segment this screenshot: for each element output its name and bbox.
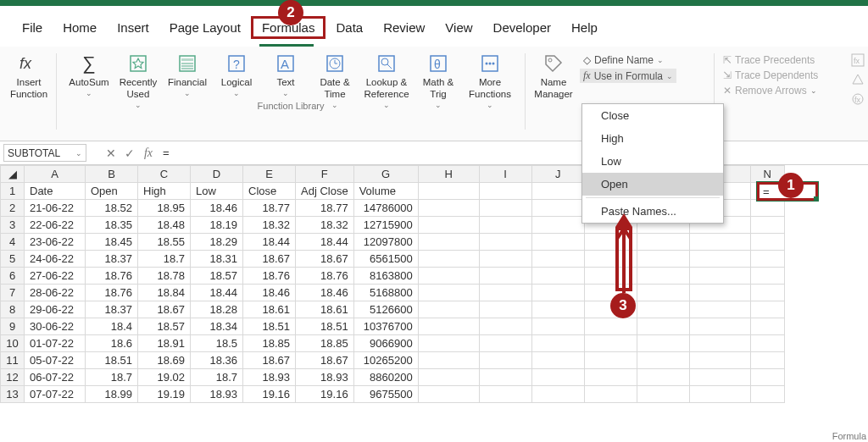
row-header[interactable]: 12 (1, 369, 25, 386)
show-formulas-icon[interactable]: fx (851, 53, 865, 69)
trace-precedents-button[interactable]: ⇱Trace Precedents (720, 53, 821, 67)
logical-button[interactable]: ?Logical⌄ (214, 50, 259, 100)
ribbon-tab-review[interactable]: Review (373, 17, 435, 38)
col-header-C[interactable]: C (138, 166, 191, 183)
header-cell[interactable]: Open (86, 183, 138, 200)
ribbon-tab-insert[interactable]: Insert (107, 17, 159, 38)
theta-icon: θ (426, 52, 450, 75)
data-cell[interactable]: 27-06-22 (25, 268, 86, 285)
svg-text:fx: fx (19, 55, 32, 72)
ribbon-tab-data[interactable]: Data (326, 17, 373, 38)
data-cell[interactable]: 07-07-22 (25, 386, 86, 403)
header-cell[interactable]: Adj Close (296, 183, 354, 200)
ribbon-tab-page-layout[interactable]: Page Layout (159, 17, 251, 38)
col-header-E[interactable]: E (243, 166, 296, 183)
row-header[interactable]: 2 (1, 200, 25, 217)
data-cell[interactable]: 21-06-22 (25, 200, 86, 217)
spreadsheet-grid[interactable]: ◢ABCDEFGHIJKLMN1DateOpenHighLowCloseAdj … (0, 165, 868, 403)
col-header-B[interactable]: B (86, 166, 138, 183)
remove-arrows-button[interactable]: ✕Remove Arrows ⌄ (720, 84, 821, 97)
ribbon-tab-view[interactable]: View (435, 17, 482, 38)
svg-point-25 (548, 58, 552, 62)
row-header[interactable]: 13 (1, 386, 25, 403)
header-cell[interactable]: Low (191, 183, 243, 200)
row-header[interactable]: 9 (1, 318, 25, 335)
svg-point-23 (489, 63, 492, 65)
row-header[interactable]: 5 (1, 251, 25, 268)
callout-2: 2 (278, 0, 303, 25)
ribbon-tab-help[interactable]: Help (561, 17, 608, 38)
col-header-I[interactable]: I (479, 166, 531, 183)
col-header-H[interactable]: H (418, 166, 479, 183)
fx-bar-icon[interactable]: fx (139, 146, 158, 160)
row-header[interactable]: 7 (1, 285, 25, 301)
data-cell[interactable]: 29-06-22 (25, 301, 86, 318)
data-cell[interactable]: 06-07-22 (25, 369, 86, 386)
data-cell[interactable]: 05-07-22 (25, 352, 86, 369)
define-name-button[interactable]: ◇Define Name ⌄ (580, 53, 676, 67)
row-header[interactable]: 6 (1, 268, 25, 285)
svg-text:A: A (281, 57, 289, 71)
precedents-icon: ⇱ (723, 54, 732, 66)
evaluate-icon[interactable]: fx (851, 92, 865, 108)
data-cell[interactable]: 28-06-22 (25, 285, 86, 301)
star-icon (126, 52, 150, 75)
cancel-formula-icon[interactable]: ✕ (102, 146, 120, 160)
svg-text:fx: fx (854, 57, 860, 65)
logical-icon: ? (225, 52, 248, 75)
title-bar-strip (0, 0, 868, 6)
error-check-icon[interactable] (851, 73, 865, 89)
dropdown-item-close[interactable]: Close (582, 104, 723, 127)
col-header-D[interactable]: D (191, 166, 243, 183)
ribbon-tab-developer[interactable]: Developer (483, 17, 561, 38)
row-header[interactable]: 1 (1, 183, 25, 200)
data-cell[interactable]: 22-06-22 (25, 217, 86, 234)
dropdown-item-high[interactable]: High (582, 127, 723, 150)
select-all-cell[interactable]: ◢ (1, 166, 25, 183)
dropdown-item-low[interactable]: Low (582, 150, 723, 173)
function-library-group-label: Function Library (62, 101, 520, 111)
header-cell[interactable]: Close (243, 183, 296, 200)
svg-rect-16 (379, 56, 394, 71)
insert-function-button[interactable]: fx Insert Function (6, 50, 52, 102)
col-header-F[interactable]: F (296, 166, 354, 183)
data-cell[interactable]: 23-06-22 (25, 234, 86, 251)
svg-text:?: ? (233, 58, 240, 71)
data-cell[interactable]: 24-06-22 (25, 251, 86, 268)
enter-formula-icon[interactable]: ✓ (120, 146, 139, 160)
dependents-icon: ⇲ (723, 69, 732, 81)
header-cell[interactable]: High (138, 183, 191, 200)
ribbon-tab-file[interactable]: File (12, 17, 53, 38)
sigma-icon: ∑ (77, 52, 101, 75)
data-cell[interactable]: 01-07-22 (25, 335, 86, 352)
name-box[interactable]: SUBTOTAL⌄ (3, 144, 86, 162)
ribbon-tab-home[interactable]: Home (53, 17, 107, 38)
dropdown-item-paste-names-[interactable]: Paste Names... (582, 200, 723, 223)
header-cell[interactable]: Date (25, 183, 86, 200)
row-header[interactable]: 8 (1, 301, 25, 318)
row-header[interactable]: 11 (1, 352, 25, 369)
svg-text:θ: θ (434, 58, 441, 71)
text-icon: A (274, 52, 298, 75)
chevron-down-icon[interactable]: ⌄ (75, 149, 82, 157)
name-manager-button[interactable]: Name Manager (531, 50, 576, 102)
formula-input[interactable]: = (158, 144, 863, 162)
row-header[interactable]: 4 (1, 234, 25, 251)
col-header-A[interactable]: A (25, 166, 86, 183)
use-in-formula-button[interactable]: fxUse in Formula ⌄ (580, 69, 676, 83)
autosum-button[interactable]: ∑AutoSum⌄ (66, 50, 112, 100)
financial-button[interactable]: Financial⌄ (164, 50, 210, 100)
col-header-G[interactable]: G (353, 166, 418, 183)
text-button[interactable]: AText⌄ (263, 50, 309, 100)
callout-arrow (614, 213, 634, 293)
header-cell[interactable]: Volume (353, 183, 418, 200)
ribbon-tabs: FileHomeInsertPage LayoutFormulasDataRev… (0, 6, 868, 46)
dropdown-item-open[interactable]: Open (582, 173, 723, 196)
svg-point-17 (381, 58, 388, 65)
col-header-J[interactable]: J (531, 166, 584, 183)
row-header[interactable]: 10 (1, 335, 25, 352)
data-cell[interactable]: 30-06-22 (25, 318, 86, 335)
row-header[interactable]: 3 (1, 217, 25, 234)
formula-auditing-label: Formula (832, 431, 866, 441)
trace-dependents-button[interactable]: ⇲Trace Dependents (720, 69, 821, 82)
